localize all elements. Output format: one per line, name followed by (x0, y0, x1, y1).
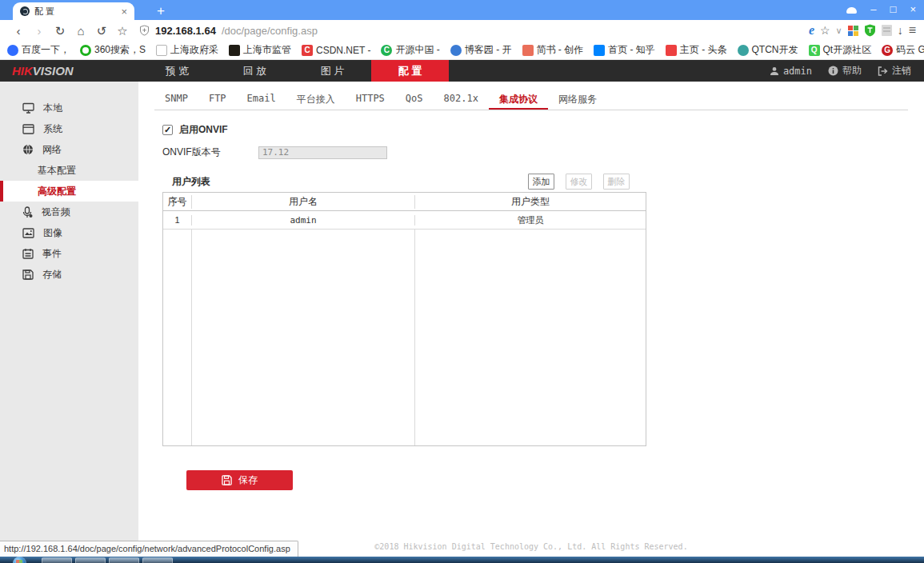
sh-market-icon (229, 45, 240, 56)
bookmark-oschina[interactable]: C开源中国 - (381, 43, 439, 57)
restore-tab-icon[interactable]: ↺ (91, 25, 112, 37)
enable-onvif-label: 启用ONVIF (179, 123, 228, 137)
user-table-header: 序号 用户名 用户类型 (163, 193, 646, 211)
hikvision-logo: HIKVISION (0, 64, 138, 78)
col-username: 用户名 (191, 195, 415, 209)
bookmark-qtcn[interactable]: QTCN开发 (738, 43, 798, 57)
bookmark-jianshu[interactable]: 简书 - 创作 (522, 43, 584, 57)
taskbar-app-3[interactable] (109, 557, 139, 563)
col-no: 序号 (163, 195, 191, 209)
taskbar-app-2[interactable] (75, 557, 106, 563)
tab-snmp[interactable]: SNMP (154, 93, 198, 110)
save-button[interactable]: 保存 (186, 470, 293, 490)
ie-mode-icon[interactable]: e (809, 23, 814, 38)
system-window-icon (22, 124, 34, 134)
baidu-icon (7, 45, 18, 56)
tab-email[interactable]: Email (237, 93, 286, 110)
sidebar-item-storage[interactable]: 存储 (0, 264, 138, 285)
chevron-down-icon[interactable]: ∨ (836, 26, 842, 36)
nav-playback[interactable]: 回 放 (216, 60, 294, 82)
home-icon[interactable]: ⌂ (70, 25, 91, 37)
bookmark-star-icon[interactable]: ☆ (112, 25, 133, 37)
logout-button[interactable]: 注销 (878, 64, 911, 78)
user-table-row[interactable]: 1 admin 管理员 (163, 211, 646, 230)
download-icon[interactable]: ↓ (898, 24, 903, 37)
maximize-button[interactable]: □ (890, 3, 897, 15)
tab-qos[interactable]: QoS (395, 93, 434, 110)
tab-favicon-icon (20, 6, 30, 16)
url-path: /doc/page/config.asp (222, 25, 318, 37)
snapshot-icon[interactable] (882, 25, 892, 36)
sidebar-item-event[interactable]: 事件 (0, 243, 138, 264)
modify-user-button: 修改 (566, 174, 592, 190)
sidebar-item-basic-config[interactable]: 基本配置 (0, 160, 138, 181)
tab-close-icon[interactable]: × (121, 6, 127, 17)
minimize-button[interactable]: – (870, 3, 876, 15)
bookmark-baidu[interactable]: 百度一下， (7, 43, 70, 57)
globe-icon (22, 144, 34, 155)
bookmark-qtclub[interactable]: QQt开源社区 (809, 43, 872, 57)
logout-icon (878, 66, 888, 76)
user-chip: admin (770, 66, 812, 77)
bookmark-shmarket[interactable]: 上海市监管 (229, 43, 291, 57)
start-button-icon[interactable] (13, 557, 26, 563)
bookmark-cnblogs[interactable]: 博客园 - 开 (450, 43, 512, 57)
monitor-icon (22, 102, 34, 114)
bookmark-toutiao[interactable]: 主页 - 头条 (666, 43, 727, 57)
windows-taskbar[interactable] (0, 557, 924, 563)
add-user-button[interactable]: 添加 (528, 174, 554, 190)
url-host: 192.168.1.64 (155, 25, 216, 37)
tab-platform-access[interactable]: 平台接入 (286, 93, 346, 110)
taskbar-app-4[interactable] (142, 557, 173, 563)
username: admin (783, 66, 812, 77)
tab-8021x[interactable]: 802.1x (434, 93, 489, 110)
nav-preview[interactable]: 预 览 (138, 60, 216, 82)
back-icon[interactable]: ‹ (8, 25, 29, 37)
address-bar[interactable]: 192.168.1.64/doc/page/config.asp (133, 22, 809, 39)
favorite-star-icon[interactable]: ☆ (820, 24, 830, 37)
save-disk-icon (222, 475, 232, 485)
col-usertype: 用户类型 (415, 195, 646, 209)
sidebar-item-advanced-config[interactable]: 高级配置 (0, 181, 138, 202)
skin-icon[interactable] (846, 7, 857, 14)
browser-tab[interactable]: 配 置 × (13, 2, 134, 20)
tab-integration-protocol[interactable]: 集成协议 (489, 93, 548, 110)
sidebar-item-image[interactable]: 图像 (0, 222, 138, 243)
tab-network-service[interactable]: 网络服务 (548, 93, 607, 110)
security-shield-icon[interactable] (864, 24, 876, 37)
config-content: SNMP FTP Email 平台接入 HTTPS QoS 802.1x 集成协… (138, 82, 924, 557)
user-list-panel: 用户列表 添加 修改 删除 序号 用户名 用户类型 1 adm (162, 171, 646, 446)
sidebar-item-local[interactable]: 本地 (0, 98, 138, 118)
page-icon (156, 45, 167, 56)
browser-toolbar: ‹ › ↻ ⌂ ↺ ☆ 192.168.1.64/doc/page/config… (0, 20, 924, 41)
qtcn-icon (738, 45, 749, 56)
refresh-icon[interactable]: ↻ (50, 25, 70, 37)
new-tab-button[interactable]: + (157, 4, 165, 18)
tab-https[interactable]: HTTPS (346, 93, 395, 110)
help-button[interactable]: 帮助 (828, 64, 862, 78)
menu-icon[interactable]: ≡ (909, 23, 916, 38)
sidebar-item-system[interactable]: 系统 (0, 118, 138, 139)
info-icon (828, 66, 838, 76)
nav-picture[interactable]: 图 片 (294, 60, 371, 82)
site-shield-icon (139, 25, 150, 36)
bookmark-zhihu[interactable]: 首页 - 知乎 (594, 43, 655, 57)
storage-disk-icon (22, 269, 34, 280)
sidebar-item-av[interactable]: 视音频 (0, 202, 138, 222)
close-button[interactable]: × (910, 3, 916, 15)
bookmark-360[interactable]: 360搜索，S (80, 43, 146, 57)
bookmark-shgov[interactable]: 上海政府采 (156, 43, 218, 57)
bookmark-gitee[interactable]: G码云 Gitee.co (882, 43, 924, 57)
nav-config[interactable]: 配 置 (371, 60, 449, 82)
sidebar-item-network[interactable]: 网络 (0, 139, 138, 160)
apps-grid-icon[interactable] (848, 26, 858, 36)
bookmark-csdn[interactable]: CCSDN.NET - (302, 45, 370, 56)
bookmarks-bar: 百度一下， 360搜索，S 上海政府采 上海市监管 CCSDN.NET - C开… (0, 41, 924, 60)
taskbar-app-1[interactable] (42, 557, 72, 563)
tab-ftp[interactable]: FTP (198, 93, 237, 110)
user-list-title: 用户列表 (162, 175, 210, 189)
protocol-tabs: SNMP FTP Email 平台接入 HTTPS QoS 802.1x 集成协… (154, 93, 908, 110)
user-table: 序号 用户名 用户类型 1 admin 管理员 (162, 192, 646, 446)
microphone-icon (22, 206, 33, 218)
enable-onvif-checkbox[interactable]: ✓ (162, 125, 173, 135)
